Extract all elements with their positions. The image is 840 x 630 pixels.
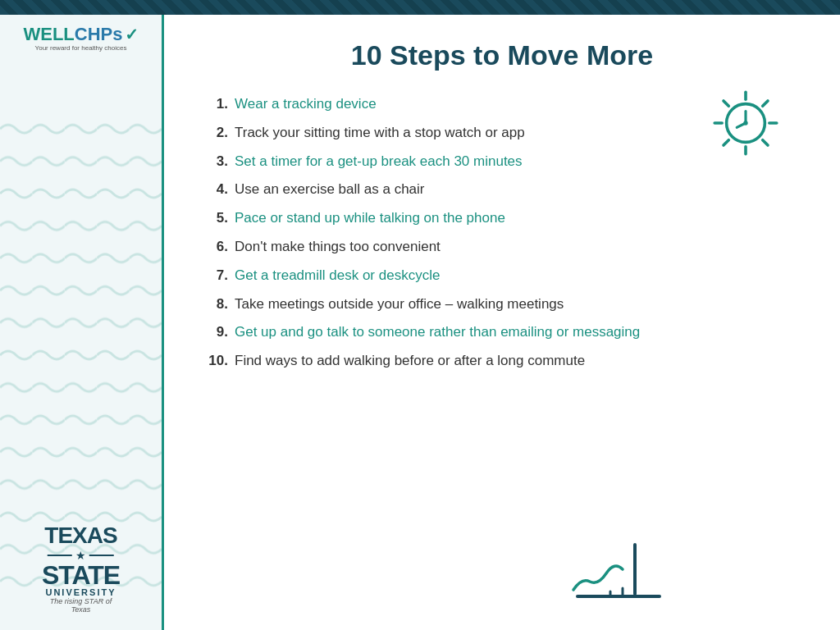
university-text: UNIVERSITY [45,587,116,597]
steps-container: 1. Wear a tracking device 2. Track your … [205,94,799,614]
list-item: 8. Take meetings outside your office – w… [205,294,799,314]
list-item: 6. Don't make things too convenient [205,237,799,257]
sidebar: WELLCHPs ✓ Your reward for healthy choic… [0,15,164,630]
texas-state-logo: TEXAS ★ STATE UNIVERSITY The rising STAR… [40,524,121,614]
brand-swoosh: ✓ [125,25,139,44]
svg-line-8 [724,140,728,145]
main-content: 10 Steps to Move More [164,15,840,630]
list-item: 10. Find ways to add walking before or a… [205,351,799,371]
treadmill-icon [569,532,668,609]
list-item: 7. Get a treadmill desk or deskcycle [205,266,799,285]
top-banner [0,0,840,15]
brand-name: WELLCHPs [23,25,122,43]
svg-line-5 [724,101,728,106]
brand-tagline: Your reward for healthy choices [23,44,138,52]
svg-line-6 [763,140,768,145]
sun-timer-icon [709,86,783,160]
list-item: 5. Pace or stand up while talking on the… [205,208,799,228]
texas-text: TEXAS [44,524,116,547]
state-text: STATE [42,564,120,587]
list-item: 4. Use an exercise ball as a chair [205,180,799,199]
list-item: 9. Get up and go talk to someone rather … [205,322,799,342]
wellchps-logo: WELLCHPs ✓ Your reward for healthy choic… [23,25,138,52]
svg-line-7 [763,101,768,106]
svg-point-12 [743,121,747,125]
rising-star-text: The rising STAR of Texas [40,597,121,614]
page-title: 10 Steps to Move More [205,39,799,71]
